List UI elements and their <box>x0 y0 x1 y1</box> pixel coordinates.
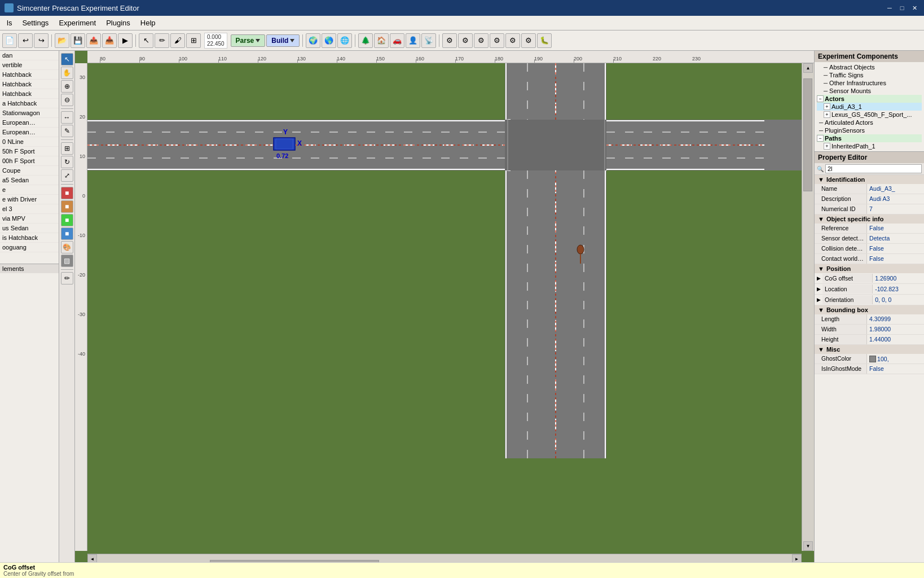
minimize-button[interactable]: ─ <box>885 3 895 13</box>
menu-plugins[interactable]: Plugins <box>102 17 135 28</box>
tool-zoom-in[interactable]: ⊕ <box>61 80 73 93</box>
tb-run[interactable]: ▶ <box>118 33 133 48</box>
tb-save[interactable]: 💾 <box>71 33 85 48</box>
tb-tree1[interactable]: 🌲 <box>358 33 373 48</box>
lexus-expand-icon[interactable]: + <box>824 111 830 118</box>
tool-img4[interactable]: ■ <box>61 227 73 240</box>
section-misc[interactable]: ▼ Misc <box>815 345 924 354</box>
tool-measure[interactable]: ↔ <box>61 111 73 124</box>
section-identification[interactable]: ▼ Identification <box>815 175 924 184</box>
prop-ghost-color-value[interactable]: 100, <box>867 354 924 364</box>
tb-car[interactable]: 🚗 <box>390 33 404 48</box>
tool-pan[interactable]: ✋ <box>61 67 73 79</box>
tree-paths[interactable]: − Paths <box>817 134 922 142</box>
tb-process5[interactable]: ⚙ <box>505 33 520 48</box>
left-item-ooguang[interactable]: ooguang <box>0 243 59 252</box>
prop-length-value[interactable]: 4.30999 <box>867 314 924 324</box>
tool-img1[interactable]: ■ <box>61 187 73 199</box>
left-item-sedan1[interactable]: a5 Sedan <box>0 176 59 185</box>
tb-process4[interactable]: ⚙ <box>490 33 504 48</box>
left-item-european2[interactable]: European… <box>0 128 59 137</box>
section-object-info[interactable]: ▼ Object specific info <box>815 214 924 224</box>
tree-lexus[interactable]: + Lexus_GS_450h_F_Sport_... <box>817 111 922 119</box>
prop-height-value[interactable]: 1.44000 <box>867 335 924 344</box>
scroll-up-button[interactable]: ▲ <box>803 63 813 73</box>
left-item-hatchback2[interactable]: Hatchback <box>0 80 59 89</box>
prop-id-value[interactable]: 7 <box>867 204 924 214</box>
parse-dropdown-icon[interactable] <box>256 39 260 42</box>
orientation-expand-icon[interactable]: ▶ <box>817 297 821 303</box>
tb-add-road[interactable]: ⊞ <box>186 33 201 48</box>
left-item-is-hatchback[interactable]: is Hatchback <box>0 233 59 243</box>
menu-tools[interactable]: ls <box>2 17 16 28</box>
left-item-coupe[interactable]: Coupe <box>0 166 59 176</box>
tool-edit[interactable]: ✎ <box>61 125 73 137</box>
tool-zoom-out[interactable]: ⊖ <box>61 94 73 106</box>
close-button[interactable]: ✕ <box>909 3 919 13</box>
prop-sensor-det-value[interactable]: Detecta <box>867 234 924 243</box>
tb-globe3[interactable]: 🌐 <box>337 33 352 48</box>
tb-new[interactable]: 📄 <box>2 33 17 48</box>
left-item-fsport1[interactable]: 50h F Sport <box>0 147 59 156</box>
paths-expand-icon[interactable]: − <box>817 135 824 142</box>
build-button[interactable]: Build <box>266 34 300 47</box>
tb-globe2[interactable]: 🌎 <box>322 33 336 48</box>
tb-process2[interactable]: ⚙ <box>458 33 473 48</box>
prop-orientation-value[interactable]: 0, 0, 0 <box>873 295 922 304</box>
tool-flip[interactable]: ⤢ <box>61 169 73 182</box>
left-item-hatchback3[interactable]: Hatchback <box>0 89 59 99</box>
prop-name-value[interactable]: Audi_A3_ <box>867 184 924 194</box>
tool-pencil[interactable]: ✏ <box>61 272 73 284</box>
tool-img2[interactable]: ■ <box>61 200 73 213</box>
parse-button[interactable]: Parse <box>231 34 266 47</box>
prop-cog-value[interactable]: 1.26900 <box>873 274 922 283</box>
menu-settings[interactable]: Settings <box>17 17 53 28</box>
location-expand-icon[interactable]: ▶ <box>817 286 821 292</box>
prop-desc-value[interactable]: Audi A3 <box>867 194 924 204</box>
tb-redo[interactable]: ↪ <box>34 33 49 48</box>
prop-cog-offset-row[interactable]: ▶ CoG offset 1.26900 <box>815 273 924 284</box>
tool-rotate[interactable]: ↻ <box>61 156 73 168</box>
left-item-european1[interactable]: European… <box>0 118 59 128</box>
tree-audi-a3[interactable]: + Audi_A3_1 <box>817 103 922 111</box>
maximize-button[interactable]: □ <box>897 3 907 13</box>
tool-grid[interactable]: ⊞ <box>61 142 73 155</box>
left-item-mpv[interactable]: via MPV <box>0 214 59 224</box>
scroll-v-track[interactable] <box>802 73 814 541</box>
tb-undo[interactable]: ↩ <box>18 33 33 48</box>
tool-img3[interactable]: ■ <box>61 214 73 226</box>
prop-width-value[interactable]: 1.98000 <box>867 325 924 334</box>
left-item-stationwagon[interactable]: Stationwagon <box>0 108 59 118</box>
property-search-input[interactable] <box>825 164 922 173</box>
tb-bug[interactable]: 🐛 <box>537 33 552 48</box>
canvas-viewport[interactable]: Y X 0.72 <box>87 63 802 551</box>
tb-actor[interactable]: 👤 <box>406 33 420 48</box>
prop-ghost-mode-value[interactable]: False <box>867 364 924 374</box>
tb-open[interactable]: 📂 <box>55 33 69 48</box>
menu-experiment[interactable]: Experiment <box>54 17 100 28</box>
cog-expand-icon[interactable]: ▶ <box>817 275 821 281</box>
tree-actors[interactable]: − Actors <box>817 95 922 103</box>
tool-select[interactable]: ↖ <box>61 53 73 65</box>
prop-reference-value[interactable]: False <box>867 224 924 233</box>
tb-import[interactable]: 📥 <box>102 33 117 48</box>
prop-orientation-row[interactable]: ▶ Orientation 0, 0, 0 <box>815 295 924 305</box>
vertical-scrollbar[interactable]: ▲ ▼ <box>802 63 814 551</box>
tree-sensor-mounts[interactable]: ─ Sensor Mounts <box>817 87 922 95</box>
left-item-vertible[interactable]: vertible <box>0 60 59 70</box>
audi-expand-icon[interactable]: + <box>824 103 830 110</box>
prop-location-value[interactable]: -102.823 <box>873 284 922 294</box>
build-dropdown-icon[interactable] <box>290 39 294 42</box>
prop-contact-value[interactable]: False <box>867 254 924 264</box>
left-item-e[interactable]: e <box>0 185 59 195</box>
prop-collision-value[interactable]: False <box>867 244 924 253</box>
tree-other-infra[interactable]: ─ Other Infrastructures <box>817 79 922 87</box>
tree-abstract-objects[interactable]: ─ Abstract Objects <box>817 63 922 71</box>
left-item-sedan2[interactable]: us Sedan <box>0 224 59 233</box>
tool-color1[interactable]: 🎨 <box>61 241 73 253</box>
left-item-hatchback1[interactable]: Hatchback <box>0 70 59 80</box>
tb-process1[interactable]: ⚙ <box>442 33 457 48</box>
tb-export[interactable]: 📤 <box>86 33 101 48</box>
left-item-el3[interactable]: el 3 <box>0 204 59 214</box>
tb-cursor[interactable]: ↖ <box>139 33 153 48</box>
